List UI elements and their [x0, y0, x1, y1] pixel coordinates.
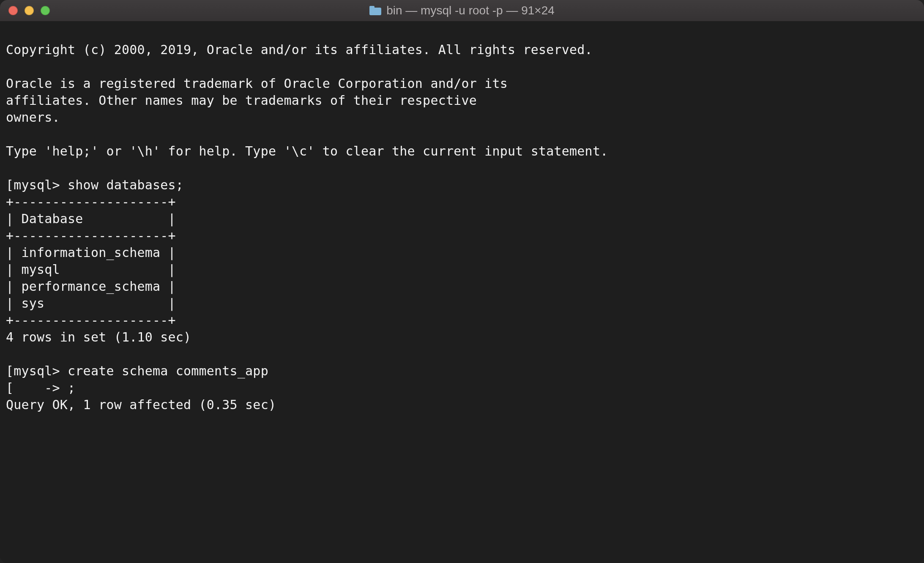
table-row: | sys | — [6, 296, 176, 311]
command-create-schema: create schema comments_app — [68, 363, 268, 378]
query-status: 4 rows in set (1.10 sec) — [6, 330, 191, 344]
zoom-icon[interactable] — [41, 6, 50, 15]
banner-help: Type 'help;' or '\h' for help. Type '\c'… — [6, 144, 608, 159]
traffic-lights — [8, 6, 50, 15]
banner-copyright: Copyright (c) 2000, 2019, Oracle and/or … — [6, 42, 593, 57]
banner-trademark-line1: Oracle is a registered trademark of Orac… — [6, 76, 508, 91]
folder-icon — [369, 6, 381, 15]
minimize-icon[interactable] — [25, 6, 34, 15]
query-status: Query OK, 1 row affected (0.35 sec) — [6, 397, 276, 412]
table-border-sep: +--------------------+ — [6, 228, 176, 243]
table-border-top: +--------------------+ — [6, 194, 176, 209]
close-icon[interactable] — [8, 6, 18, 15]
terminal-window: bin — mysql -u root -p — 91×24 Copyright… — [0, 0, 924, 563]
titlebar: bin — mysql -u root -p — 91×24 — [0, 0, 924, 21]
command-show-databases: show databases; — [68, 178, 183, 192]
mysql-continuation-prompt: [ -> — [6, 380, 68, 395]
mysql-prompt: [mysql> — [6, 363, 68, 378]
table-border-bottom: +--------------------+ — [6, 313, 176, 328]
table-row: | information_schema | — [6, 245, 176, 260]
window-title: bin — mysql -u root -p — 91×24 — [386, 4, 555, 17]
terminal-body[interactable]: Copyright (c) 2000, 2019, Oracle and/or … — [0, 21, 924, 563]
table-row: | performance_schema | — [6, 279, 176, 294]
banner-trademark-line2: affiliates. Other names may be trademark… — [6, 93, 477, 108]
mysql-prompt: [mysql> — [6, 178, 68, 192]
table-header: | Database | — [6, 211, 176, 226]
table-row: | mysql | — [6, 262, 176, 277]
command-terminator: ; — [68, 380, 75, 395]
banner-trademark-line3: owners. — [6, 110, 60, 125]
